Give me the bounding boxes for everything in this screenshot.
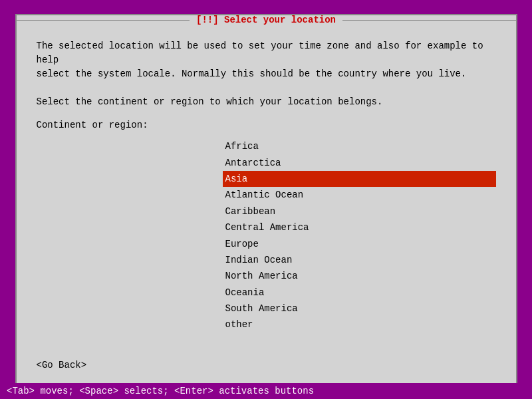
list-item[interactable]: Europe bbox=[223, 236, 496, 252]
button-area: <Go Back> bbox=[17, 360, 516, 384]
dialog: [!!] Select your location The selected l… bbox=[15, 14, 517, 385]
list-item[interactable]: Oceania bbox=[223, 285, 496, 301]
title-bar: [!!] Select your location bbox=[17, 15, 516, 25]
list-item[interactable]: Africa bbox=[223, 138, 496, 154]
dialog-content: The selected location will be used to se… bbox=[17, 26, 516, 360]
list-item[interactable]: Atlantic Ocean bbox=[223, 187, 496, 203]
desc-line1: The selected location will be used to se… bbox=[37, 39, 496, 67]
go-back-button[interactable]: <Go Back> bbox=[37, 360, 87, 370]
continent-label: Continent or region: bbox=[37, 120, 496, 130]
list-item[interactable]: South America bbox=[223, 301, 496, 317]
desc-line2: select the system locale. Normally this … bbox=[37, 67, 496, 81]
title-line-right bbox=[342, 20, 515, 21]
desc-line3 bbox=[37, 81, 496, 95]
prompt-line: Select the continent or region to which … bbox=[37, 95, 496, 109]
list-item[interactable]: Indian Ocean bbox=[223, 252, 496, 268]
title-line-left bbox=[17, 20, 190, 21]
list-item[interactable]: Asia bbox=[223, 171, 496, 187]
list-item[interactable]: North America bbox=[223, 268, 496, 284]
list-item[interactable]: Caribbean bbox=[223, 203, 496, 219]
list-item[interactable]: other bbox=[223, 317, 496, 332]
status-text: <Tab> moves; <Space> selects; <Enter> ac… bbox=[7, 386, 314, 396]
continent-list[interactable]: AfricaAntarcticaAsiaAtlantic OceanCaribb… bbox=[223, 138, 496, 333]
description: The selected location will be used to se… bbox=[37, 39, 496, 109]
screen: [!!] Select your location The selected l… bbox=[0, 0, 532, 399]
list-item[interactable]: Antarctica bbox=[223, 155, 496, 171]
status-bar: <Tab> moves; <Space> selects; <Enter> ac… bbox=[0, 383, 532, 399]
dialog-title: [!!] Select your location bbox=[190, 15, 342, 25]
list-item[interactable]: Central America bbox=[223, 219, 496, 235]
